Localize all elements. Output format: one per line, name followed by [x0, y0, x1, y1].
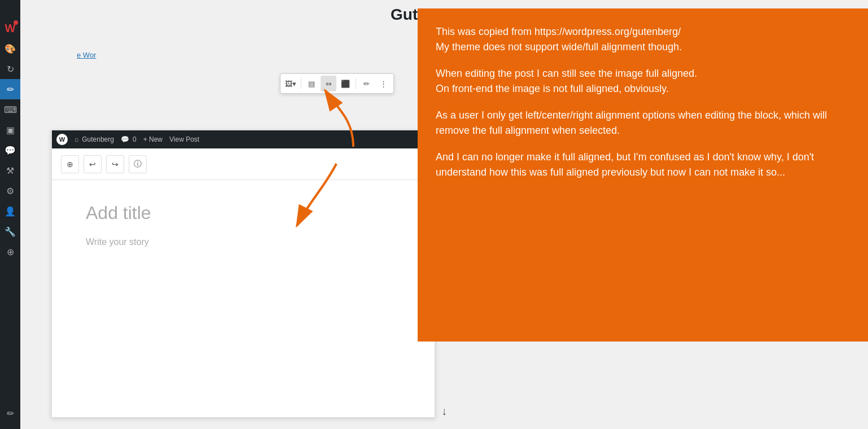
inner-bar-new[interactable]: + New: [143, 135, 163, 143]
annotation-line5: As a user I only get left/center/right a…: [436, 110, 827, 136]
align-full-button[interactable]: ⬛: [337, 76, 353, 91]
sidebar-icon-pages[interactable]: ▣: [0, 120, 20, 140]
inner-editor: W ⌂ Gutenberg 💬 0 + New View Post ⊕ ↩: [51, 130, 435, 418]
annotation-line6: And I can no longer make it full aligned…: [436, 151, 814, 178]
align-wide-button[interactable]: ⇔: [321, 76, 336, 91]
partial-text: e Wor: [77, 51, 96, 59]
add-block-button[interactable]: ⊕: [61, 155, 79, 173]
image-icon: 🖼: [285, 80, 292, 88]
pencil-icon: ✏: [363, 80, 370, 88]
sidebar-icon-tools[interactable]: ⚒: [0, 160, 20, 181]
info-icon: ⓘ: [134, 159, 142, 169]
image-type-button[interactable]: 🖼▾: [283, 76, 299, 91]
inner-bar-site[interactable]: ⌂ Gutenberg: [74, 135, 114, 143]
align-none-button[interactable]: ▤: [304, 76, 319, 91]
comment-icon: 💬: [121, 135, 129, 143]
update-badge: [14, 20, 18, 25]
plus-circle-icon: ⊕: [67, 160, 73, 169]
sidebar-icon-comments[interactable]: 💬: [0, 140, 20, 160]
inner-bar-view-post[interactable]: View Post: [169, 135, 199, 143]
sidebar-icon-plugins[interactable]: ⌨: [0, 99, 20, 120]
annotation-line2: My theme does not support wide/full alig…: [436, 41, 682, 52]
bottom-arrow: ↓: [441, 405, 447, 418]
edit-image-button[interactable]: ✏: [358, 76, 374, 91]
house-icon: ⌂: [74, 135, 78, 143]
ellipsis-icon: ⋮: [380, 80, 387, 88]
inner-toolbar: ⊕ ↩ ↪ ⓘ: [52, 148, 435, 180]
sidebar-icon-edit[interactable]: ✏: [0, 403, 20, 423]
align-none-icon: ▤: [308, 80, 315, 88]
sidebar-icon-settings[interactable]: ⚙: [0, 181, 20, 201]
write-story-placeholder[interactable]: Write your story: [86, 237, 401, 247]
info-button[interactable]: ⓘ: [129, 155, 147, 173]
wp-sidebar: W 🎨 ↻ ✏ ⌨ ▣ 💬 ⚒ ⚙ 👤 🔧 ⊕ ✏: [0, 0, 20, 429]
sidebar-icon-users[interactable]: 👤: [0, 201, 20, 221]
sidebar-icon-gutenberg[interactable]: ✏: [0, 79, 20, 99]
add-title-placeholder[interactable]: Add title: [86, 203, 401, 224]
inner-site-name: Gutenberg: [82, 135, 114, 143]
toolbar-divider-2: [356, 78, 356, 89]
sidebar-icon-paint[interactable]: 🎨: [0, 38, 20, 59]
block-toolbar: 🖼▾ ▤ ⇔ ⬛ ✏ ⋮: [280, 73, 394, 94]
undo-button[interactable]: ↩: [84, 155, 102, 173]
undo-icon: ↩: [89, 160, 96, 169]
align-full-icon: ⬛: [341, 80, 350, 88]
redo-icon: ↪: [112, 160, 119, 169]
annotation-para-2: When editing the post I can still see th…: [436, 66, 850, 97]
sidebar-icon-updates[interactable]: ↻: [0, 59, 20, 79]
toolbar-divider: [301, 78, 301, 89]
inner-view-post-label: View Post: [169, 135, 199, 143]
sidebar-icon-dashboard[interactable]: W: [0, 18, 20, 38]
annotation-para-3: As a user I only get left/center/right a…: [436, 108, 850, 138]
sidebar-icon-add[interactable]: ⊕: [0, 242, 20, 262]
annotation-para-4: And I can no longer make it full aligned…: [436, 150, 850, 180]
more-options-button[interactable]: ⋮: [375, 76, 391, 91]
align-wide-icon: ⇔: [326, 80, 332, 88]
annotation-line1: This was copied from https://wordpress.o…: [436, 26, 681, 37]
inner-wp-logo: W: [56, 134, 68, 145]
inner-editor-body: Add title Write your story: [52, 180, 435, 270]
annotation-line4: On front-end the image is not full align…: [436, 83, 669, 94]
inner-admin-bar: W ⌂ Gutenberg 💬 0 + New View Post: [52, 130, 435, 148]
annotation-box: This was copied from https://wordpress.o…: [418, 8, 868, 342]
comment-count: 0: [133, 135, 137, 143]
inner-new-label: + New: [143, 135, 163, 143]
annotation-para-1: This was copied from https://wordpress.o…: [436, 24, 850, 55]
inner-bar-comments[interactable]: 💬 0: [121, 135, 137, 143]
sidebar-icon-wrench[interactable]: 🔧: [0, 221, 20, 242]
redo-button[interactable]: ↪: [106, 155, 124, 173]
annotation-line3: When editing the post I can still see th…: [436, 68, 697, 79]
